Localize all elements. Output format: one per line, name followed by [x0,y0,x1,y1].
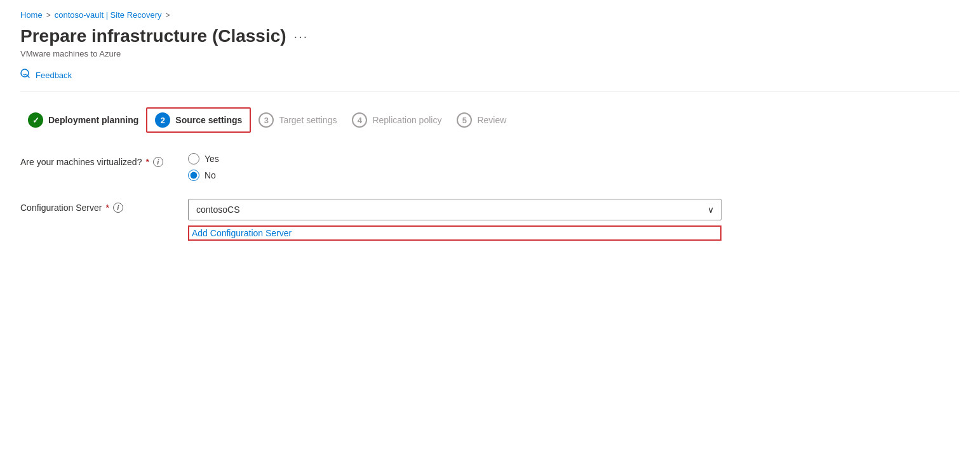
radio-no-label: No [205,170,216,180]
step3-circle: 3 [258,112,274,128]
step-replication-policy[interactable]: 4 Replication policy [344,109,449,131]
config-server-required: * [105,203,109,213]
virtualized-field: Are your machines virtualized? * i Yes N… [20,153,960,181]
step-source-settings[interactable]: 2 Source settings [146,107,251,133]
step2-label: Source settings [175,115,242,125]
form-section: Are your machines virtualized? * i Yes N… [20,153,960,241]
breadcrumb-vault[interactable]: contoso-vault | Site Recovery [55,10,162,20]
step5-circle: 5 [457,112,472,128]
config-server-info-icon[interactable]: i [113,203,123,213]
step4-label: Replication policy [372,115,441,125]
step1-circle: ✓ [28,112,43,128]
breadcrumb-home[interactable]: Home [20,10,43,20]
wizard-steps: ✓ Deployment planning 2 Source settings … [20,107,960,133]
page-subtitle: VMware machines to Azure [20,49,960,58]
step1-label: Deployment planning [48,115,138,125]
config-server-dropdown-wrapper: contosoCS ∨ [188,199,722,220]
step-target-settings[interactable]: 3 Target settings [251,109,344,131]
feedback-label: Feedback [36,70,72,80]
config-server-control: contosoCS ∨ Add Configuration Server [188,199,722,241]
radio-yes-label: Yes [205,154,219,164]
radio-yes-option[interactable]: Yes [188,153,219,164]
virtualized-info-icon[interactable]: i [153,157,163,167]
breadcrumb: Home > contoso-vault | Site Recovery > [20,10,960,20]
more-options-icon[interactable]: ··· [294,29,309,44]
step-review[interactable]: 5 Review [449,109,514,131]
step5-label: Review [477,115,506,125]
page-title: Prepare infrastructure (Classic) [20,26,286,46]
step2-circle: 2 [155,112,170,128]
virtualized-label: Are your machines virtualized? * i [20,153,173,167]
breadcrumb-sep2: > [166,11,170,20]
virtualized-radio-group: Yes No [188,153,219,181]
step-deployment-planning[interactable]: ✓ Deployment planning [20,109,146,131]
virtualized-required: * [145,157,149,167]
config-server-select[interactable]: contosoCS [188,199,722,220]
radio-no-input[interactable] [188,170,199,181]
radio-yes-input[interactable] [188,153,199,164]
feedback-icon [20,69,30,81]
breadcrumb-sep1: > [46,11,51,20]
radio-no-option[interactable]: No [188,170,219,181]
step3-label: Target settings [279,115,337,125]
step4-circle: 4 [352,112,367,128]
config-server-label: Configuration Server * i [20,199,173,213]
config-server-field: Configuration Server * i contosoCS ∨ Add… [20,199,960,241]
feedback-button[interactable]: Feedback [20,69,960,92]
add-configuration-server-link[interactable]: Add Configuration Server [188,225,722,241]
